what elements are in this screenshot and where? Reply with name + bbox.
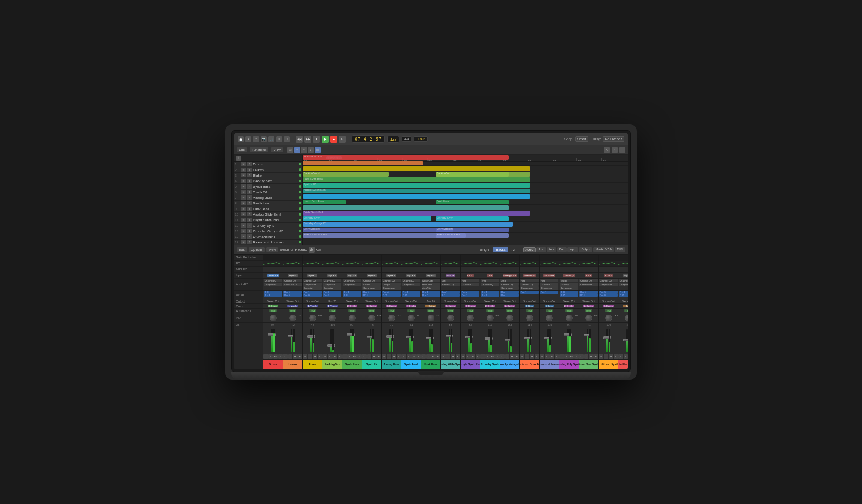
- track-mute-button[interactable]: M: [241, 190, 246, 194]
- input-selector[interactable]: Drum Kit: [267, 274, 279, 277]
- fader-track[interactable]: [606, 329, 608, 352]
- pan-knob[interactable]: [368, 315, 375, 321]
- r-button[interactable]: R: [540, 354, 544, 359]
- automation-mode[interactable]: Read: [506, 309, 514, 312]
- group-row[interactable]: 4: Guitars: [421, 304, 440, 309]
- eq-display[interactable]: [382, 261, 401, 267]
- input-selector[interactable]: Input 3: [327, 274, 337, 277]
- automation-row[interactable]: Read: [559, 309, 579, 313]
- fx-slot[interactable]: SpecGate Compressor: [283, 283, 302, 286]
- pan-knob[interactable]: [605, 315, 612, 321]
- automation-row[interactable]: Read: [322, 309, 342, 313]
- send-button[interactable]: Bus 8: [283, 294, 302, 297]
- cursor-icon[interactable]: ↖: [604, 147, 610, 153]
- track-row[interactable]: 7 M S Analog Bass: [234, 195, 302, 201]
- eq-display[interactable]: [362, 261, 381, 267]
- pan-area[interactable]: +62: [579, 313, 598, 323]
- send-button[interactable]: Bus 4: [461, 291, 479, 294]
- record-button[interactable]: ●: [330, 136, 337, 143]
- automation-mode[interactable]: Read: [427, 309, 435, 312]
- solo-button[interactable]: S: [495, 354, 500, 359]
- automation-row[interactable]: Read: [283, 309, 302, 313]
- all-tab[interactable]: All: [509, 247, 518, 252]
- r-button[interactable]: R: [303, 354, 307, 359]
- pan-area[interactable]: [441, 313, 460, 323]
- send-button[interactable]: Bus 1: [481, 294, 499, 297]
- play-button[interactable]: ▶: [322, 136, 329, 143]
- automation-mode[interactable]: Read: [546, 309, 553, 312]
- stop-button[interactable]: ■: [313, 136, 320, 143]
- group-row[interactable]: 6: Keys: [520, 304, 539, 309]
- fx-slot[interactable]: Compressor: [500, 286, 519, 290]
- track-row[interactable]: 16 M S Crunchy Vintage 83: [234, 228, 302, 234]
- fx-slot[interactable]: Flanger: [382, 283, 401, 286]
- drag-select[interactable]: No Overlap: [603, 136, 624, 142]
- channel-name[interactable]: Synth Bass: [342, 360, 362, 369]
- group-row[interactable]: 4: Guitars: [618, 304, 628, 309]
- pan-area[interactable]: -64: [618, 313, 628, 323]
- zoom-out-icon[interactable]: -: [619, 147, 625, 153]
- eq-display[interactable]: [520, 261, 539, 267]
- mute-button[interactable]: M: [332, 354, 337, 359]
- audio-region[interactable]: Crunchy Synth: [303, 216, 431, 221]
- group-row[interactable]: 2: Synths: [579, 304, 598, 309]
- fader-track[interactable]: [587, 329, 588, 352]
- r-button[interactable]: R: [401, 354, 406, 359]
- automation-row[interactable]: Read: [540, 309, 559, 313]
- save-icon[interactable]: 💾: [238, 136, 244, 142]
- mixer-channels[interactable]: Gain Reduction EQ MIDI FX Input Audio FX…: [234, 255, 628, 369]
- channel-name[interactable]: Synth Lead: [401, 360, 421, 369]
- pan-knob[interactable]: [487, 315, 494, 321]
- automation-row[interactable]: Read: [520, 309, 539, 313]
- automation-row[interactable]: Read: [401, 309, 421, 313]
- mixer-options-menu[interactable]: Options: [249, 247, 265, 252]
- fader-track[interactable]: [310, 329, 312, 352]
- eq-display[interactable]: [263, 261, 283, 267]
- r-button[interactable]: R: [599, 354, 603, 359]
- send-button[interactable]: Bus 4: [264, 294, 282, 297]
- automation-mode[interactable]: Read: [269, 309, 277, 312]
- fx-slot[interactable]: Channel EQ: [540, 283, 558, 286]
- input-selector[interactable]: Sampler: [543, 274, 555, 277]
- fx-slot[interactable]: Channel EQ: [283, 279, 302, 282]
- i-button[interactable]: I: [485, 354, 490, 359]
- mute-button[interactable]: M: [293, 354, 298, 359]
- group-row[interactable]: 2: Synths: [559, 304, 579, 309]
- fx-slot[interactable]: Compressor: [540, 286, 558, 290]
- fader-area[interactable]: [559, 327, 579, 354]
- fader-area[interactable]: [382, 327, 401, 354]
- eq-display[interactable]: [421, 261, 440, 267]
- track-mute-button[interactable]: M: [241, 184, 246, 189]
- solo-button[interactable]: S: [456, 354, 461, 359]
- output-row[interactable]: Stereo Out: [480, 299, 500, 304]
- send-button[interactable]: Bus 1: [461, 294, 479, 297]
- fader-track[interactable]: [350, 329, 352, 352]
- channel-name[interactable]: Electronic Drum Hits: [520, 360, 539, 369]
- audio-region[interactable]: Analog Synth Bass: [303, 189, 530, 193]
- group-row[interactable]: 2: Synths: [362, 304, 381, 309]
- automation-mode[interactable]: Read: [467, 309, 474, 312]
- automation-row[interactable]: Read: [362, 309, 381, 313]
- mute-button[interactable]: M: [273, 354, 278, 359]
- send-button[interactable]: Bus 9: [323, 294, 341, 297]
- input-selector[interactable]: Input 7: [406, 274, 416, 277]
- channel-name[interactable]: LoFi Lead Synth: [599, 360, 618, 369]
- track-solo-button[interactable]: S: [247, 162, 252, 166]
- track-solo-button[interactable]: S: [247, 212, 252, 216]
- channel-label[interactable]: Bright Synth Pad: [461, 360, 480, 369]
- send-button[interactable]: B 11: [619, 294, 628, 297]
- output-row[interactable]: Stereo Out: [441, 299, 460, 304]
- eq-display[interactable]: [441, 261, 460, 267]
- r-button[interactable]: R: [322, 354, 327, 359]
- fx-slot[interactable]: Spread: [362, 283, 381, 286]
- r-button[interactable]: R: [382, 354, 386, 359]
- track-row[interactable]: 15 M S Crunchy Synth: [234, 223, 302, 228]
- i-button[interactable]: I: [466, 354, 470, 359]
- input-row[interactable]: Drum Kit: [263, 273, 283, 279]
- send-button[interactable]: Bus 1: [520, 291, 539, 294]
- channel-name[interactable]: Bright Synth Pad: [461, 360, 480, 369]
- send-button[interactable]: B 11: [362, 294, 381, 297]
- fader-area[interactable]: [500, 327, 519, 354]
- channel-name[interactable]: Drums: [263, 360, 283, 369]
- send-button[interactable]: Bus 8: [323, 291, 341, 294]
